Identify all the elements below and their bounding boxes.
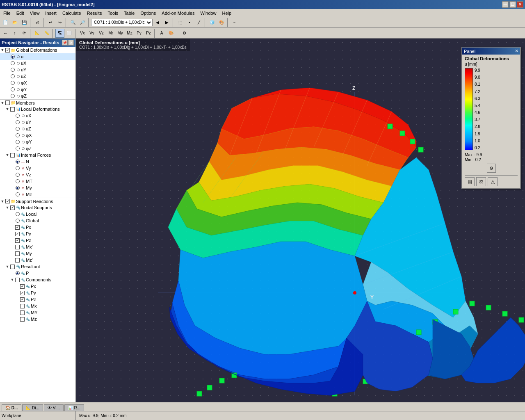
tree-phix[interactable]: ⬡ φX bbox=[0, 80, 75, 86]
zoom-in-btn[interactable]: 🔍 bbox=[68, 18, 78, 27]
tree-MT[interactable]: M MT bbox=[0, 178, 75, 185]
tree-My2[interactable]: ✓ 🔩 My bbox=[0, 250, 75, 257]
t2-vx[interactable]: Vx bbox=[78, 29, 87, 38]
check-Py[interactable]: ✓ bbox=[15, 232, 20, 236]
zoom-out-btn[interactable]: 🔎 bbox=[78, 18, 87, 27]
tree-luy[interactable]: ⬡ uY bbox=[0, 119, 75, 126]
radio-phix[interactable] bbox=[10, 81, 15, 85]
tree-phiy[interactable]: ⬡ φY bbox=[0, 86, 75, 93]
tree-cPy[interactable]: ✓ 🔩 Py bbox=[0, 290, 75, 296]
menu-help[interactable]: Help bbox=[220, 10, 234, 16]
menu-file[interactable]: File bbox=[1, 10, 13, 16]
check-resultant[interactable]: ✓ bbox=[10, 265, 15, 269]
tree-local-def[interactable]: ▼ ✓ 📊 Local Deformations bbox=[0, 106, 75, 112]
check-members[interactable]: ✓ bbox=[5, 100, 10, 105]
tree-cPx[interactable]: ✓ 🔩 Px bbox=[0, 283, 75, 290]
line-btn[interactable]: ╱ bbox=[194, 18, 203, 27]
tree-uy[interactable]: ⬡ uY bbox=[0, 66, 75, 73]
t2-vz[interactable]: Vz bbox=[97, 29, 106, 38]
tree-My[interactable]: M My bbox=[0, 185, 75, 191]
tab-r[interactable]: 📊 R... bbox=[64, 404, 84, 411]
cp-icon-balance[interactable]: ⚖ bbox=[476, 177, 486, 186]
radio-phiy[interactable] bbox=[10, 87, 15, 91]
tree-components[interactable]: ▼ ✓ 🔩 Components bbox=[0, 276, 75, 283]
cp-settings-icon[interactable]: ⚙ bbox=[487, 164, 496, 173]
tree-cMz[interactable]: ✓ 🔩 Mz bbox=[0, 316, 75, 322]
tree-Mzp[interactable]: ✓ 🔩 Mz' bbox=[0, 257, 75, 263]
tab-d[interactable]: 🏠 D... bbox=[2, 404, 21, 411]
tree-luz[interactable]: ⬡ uZ bbox=[0, 126, 75, 132]
cp-icon-triangle[interactable]: △ bbox=[488, 177, 498, 186]
tab-di[interactable]: 📐 Di... bbox=[22, 404, 43, 411]
next-btn[interactable]: ▶ bbox=[162, 18, 171, 27]
check-cPx[interactable]: ✓ bbox=[20, 284, 25, 289]
t2-btn5[interactable]: 📏 bbox=[42, 29, 51, 38]
tree-global[interactable]: 🔩 Global bbox=[0, 217, 75, 224]
open-btn[interactable]: 📂 bbox=[10, 18, 19, 27]
check-cMy[interactable]: ✓ bbox=[20, 310, 25, 315]
view3d-btn[interactable]: 🧊 bbox=[208, 18, 217, 27]
tree-u[interactable]: ⬡ u bbox=[0, 53, 75, 60]
maximize-btn[interactable]: ❐ bbox=[509, 1, 516, 8]
check-Mxp[interactable]: ✓ bbox=[15, 245, 20, 249]
undo-btn[interactable]: ↩ bbox=[46, 18, 55, 27]
cp-icon-table[interactable]: ▤ bbox=[465, 177, 475, 186]
expand-resultant[interactable]: ▼ bbox=[5, 265, 10, 269]
radio-ux[interactable] bbox=[10, 61, 15, 65]
expand-support[interactable]: ▼ bbox=[0, 199, 5, 203]
tree-Vz[interactable]: V Vz bbox=[0, 171, 75, 178]
radio-lphiy[interactable] bbox=[15, 140, 20, 144]
check-cPz[interactable]: ✓ bbox=[20, 297, 25, 302]
more-btn[interactable]: ⋯ bbox=[230, 18, 239, 27]
radio-luz[interactable] bbox=[15, 127, 20, 131]
menu-window[interactable]: Window bbox=[198, 10, 219, 16]
check-Mzp[interactable]: ✓ bbox=[15, 258, 20, 262]
check-Px[interactable]: ✓ bbox=[15, 225, 20, 230]
tree-lphix[interactable]: ⬡ φX bbox=[0, 132, 75, 139]
radio-lux[interactable] bbox=[15, 114, 20, 118]
tree-ux[interactable]: ⬡ uX bbox=[0, 60, 75, 66]
load-case-combo[interactable]: CO71 : 1,00xDls + 1,00xDlc bbox=[91, 19, 153, 26]
radio-local[interactable] bbox=[15, 212, 20, 216]
expand-internal[interactable]: ▼ bbox=[5, 153, 10, 157]
check-cMx[interactable]: ✓ bbox=[20, 304, 25, 308]
expand-nodal[interactable]: ▼ bbox=[5, 205, 10, 210]
tree-resultant[interactable]: ▼ ✓ 🔩 Resultant bbox=[0, 263, 75, 270]
check-internal[interactable]: ✓ bbox=[10, 153, 15, 158]
minimize-btn[interactable]: — bbox=[502, 1, 509, 8]
menu-tools[interactable]: Tools bbox=[105, 10, 121, 16]
tree-members[interactable]: ▼ ✓ 📁 Members bbox=[0, 99, 75, 106]
menu-table[interactable]: Table bbox=[121, 10, 137, 16]
tree-local[interactable]: 🔩 Local bbox=[0, 211, 75, 217]
tree-internal-forces[interactable]: ▼ ✓ 📊 Internal Forces bbox=[0, 152, 75, 158]
menu-addon[interactable]: Add-on Modules bbox=[159, 10, 197, 16]
t2-settings[interactable]: ⚙ bbox=[180, 29, 189, 38]
t2-my[interactable]: My bbox=[116, 29, 125, 38]
menu-view[interactable]: View bbox=[27, 10, 42, 16]
radio-P[interactable] bbox=[15, 271, 20, 275]
prev-btn[interactable]: ◀ bbox=[153, 18, 162, 27]
redo-btn[interactable]: ↪ bbox=[55, 18, 64, 27]
tree-phiz[interactable]: ⬡ φZ bbox=[0, 93, 75, 99]
expand-global[interactable]: ▼ bbox=[0, 48, 5, 52]
check-support[interactable]: ✓ bbox=[5, 199, 10, 203]
check-cPy[interactable]: ✓ bbox=[20, 291, 25, 295]
tree-lphiy[interactable]: ⬡ φY bbox=[0, 139, 75, 145]
tree-uz[interactable]: ⬡ uZ bbox=[0, 73, 75, 80]
tree-lphiz[interactable]: ⬡ φZ bbox=[0, 145, 75, 152]
radio-Vy[interactable] bbox=[15, 166, 20, 170]
tree-Py[interactable]: ✓ 🔩 Py bbox=[0, 231, 75, 237]
check-local-def[interactable]: ✓ bbox=[10, 107, 15, 112]
radio-Mz[interactable] bbox=[15, 192, 20, 196]
t2-color[interactable]: 🎨 bbox=[167, 29, 176, 38]
tree-lux[interactable]: ⬡ uX bbox=[0, 112, 75, 119]
menu-results[interactable]: Results bbox=[84, 10, 105, 16]
render-btn[interactable]: 🎨 bbox=[217, 18, 226, 27]
check-components[interactable]: ✓ bbox=[15, 278, 20, 282]
tree-cMx[interactable]: ✓ 🔩 Mx bbox=[0, 303, 75, 309]
tab-vi[interactable]: 👁 Vi... bbox=[44, 404, 64, 411]
radio-Vz[interactable] bbox=[15, 173, 20, 177]
tree-Vy[interactable]: V Vy bbox=[0, 165, 75, 171]
menu-options[interactable]: Options bbox=[138, 10, 158, 16]
radio-phiz[interactable] bbox=[10, 94, 15, 98]
